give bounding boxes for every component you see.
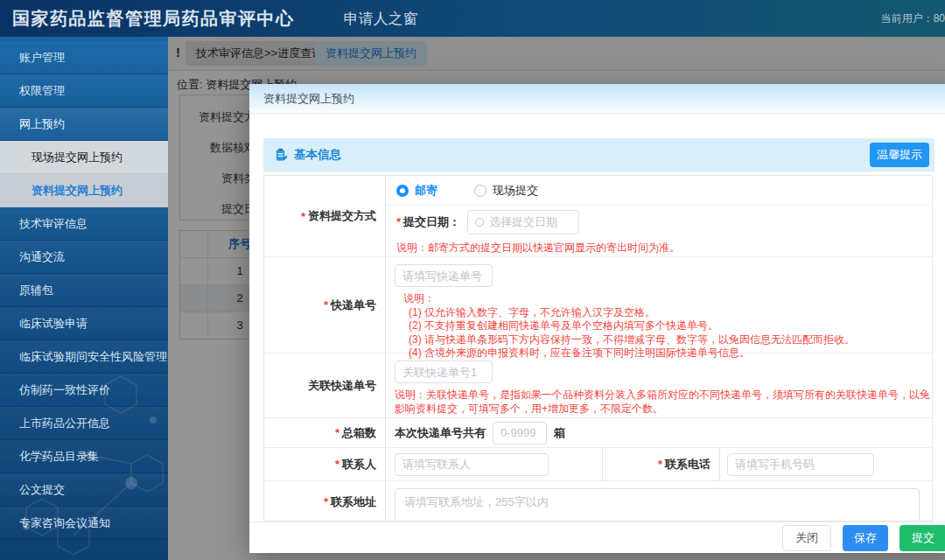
save-button[interactable]: 保存 <box>843 525 888 551</box>
sidebar-item-permission[interactable]: 权限管理 <box>0 74 168 108</box>
contact-address-label: 联系地址 <box>331 494 376 510</box>
express-note-title: 说明： <box>403 292 932 306</box>
express-note-2: (2) 不支持重复创建相同快递单号及单个空格内填写多个快递单号。 <box>409 319 932 333</box>
radio-mail-selected[interactable] <box>396 185 409 197</box>
required-asterisk: * <box>324 495 328 508</box>
contact-phone-label: 联系电话 <box>665 457 710 472</box>
material-submit-appointment-dialog: 资料提交网上预约 基本信息 温馨提示 * 资料提交方式 <box>249 84 945 553</box>
dialog-title: 资料提交网上预约 <box>249 84 945 114</box>
express-note-3: (3) 请与快递单条形码下方内容保持一致，不得增减字母、数字等，以免因信息无法匹… <box>409 333 932 347</box>
submit-button[interactable]: 提交 <box>900 525 945 551</box>
contact-address-textarea[interactable] <box>395 488 920 522</box>
contact-phone-input[interactable] <box>727 453 874 476</box>
basic-info-form: * 资料提交方式 邮寄 现场提交 * 提交日期： <box>263 175 933 522</box>
total-boxes-label: 总箱数 <box>342 425 376 441</box>
submit-date-placeholder: 选择提交日期 <box>489 214 557 230</box>
form-row-address: * 联系地址 <box>264 481 932 522</box>
basic-info-section-header: 基本信息 温馨提示 <box>263 138 934 172</box>
dialog-body: 基本信息 温馨提示 * 资料提交方式 邮寄 现场提交 <box>249 114 945 522</box>
sidebar: 账户管理 权限管理 网上预约 现场提交网上预约 资料提交网上预约 技术审评信息 … <box>0 37 168 560</box>
required-asterisk: * <box>324 298 328 312</box>
app-header: 国家药品监督管理局药品审评中心 申请人之窗 当前用户：80 <box>0 0 945 37</box>
radio-onsite-label[interactable]: 现场提交 <box>493 183 538 199</box>
sidebar-item-clinical-trial-application[interactable]: 临床试验申请 <box>0 307 168 340</box>
clipboard-edit-icon <box>275 148 288 162</box>
associated-number-label: 关联快递单号 <box>308 378 376 394</box>
express-number-input[interactable] <box>395 264 493 287</box>
required-asterisk: * <box>301 210 305 223</box>
sidebar-item-chemical-catalog[interactable]: 化学药品目录集 <box>0 440 168 473</box>
associated-number-note: 说明：关联快递单号，是指如果一个品种资料分装入多箱所对应的不同快递单号，须填写所… <box>395 388 932 416</box>
sidebar-item-generic-consistency[interactable]: 仿制药一致性评价 <box>0 374 168 407</box>
sidebar-item-raw-materials[interactable]: 原辅包 <box>0 274 168 307</box>
submit-date-label: 提交日期： <box>403 214 460 230</box>
required-asterisk: * <box>396 215 401 228</box>
sidebar-item-expert-meeting-notice[interactable]: 专家咨询会议通知 <box>0 507 168 540</box>
associated-number-input[interactable] <box>395 360 493 383</box>
express-note-1: (1) 仅允许输入数字、字母，不允许输入汉字及空格。 <box>409 306 932 320</box>
form-row-express-number: * 快递单号 说明： (1) 仅允许输入数字、字母，不允许输入汉字及空格。 (2… <box>264 257 932 354</box>
sidebar-item-material-submit-appointment[interactable]: 资料提交网上预约 <box>0 174 168 207</box>
contact-person-label: 联系人 <box>342 457 376 472</box>
total-boxes-prefix: 本次快递单号共有 <box>395 425 486 441</box>
form-row-contact: * 联系人 * 联系电话 <box>264 448 932 481</box>
sidebar-item-communication[interactable]: 沟通交流 <box>0 241 168 274</box>
sidebar-item-marketed-drug-info[interactable]: 上市药品公开信息 <box>0 407 168 440</box>
submit-method-label: 资料提交方式 <box>308 208 376 224</box>
warm-tips-button[interactable]: 温馨提示 <box>870 143 929 167</box>
total-boxes-input[interactable] <box>493 422 547 444</box>
basic-info-title: 基本信息 <box>294 147 341 163</box>
current-user-label: 当前用户：80 <box>881 11 945 26</box>
sidebar-item-clinical-safety-risk[interactable]: 临床试验期间安全性风险管理 <box>0 340 168 374</box>
close-button[interactable]: 关闭 <box>782 525 831 551</box>
required-asterisk: * <box>335 458 340 471</box>
form-row-total-boxes: * 总箱数 本次快递单号共有 箱 <box>264 418 932 448</box>
form-row-submit-method: * 资料提交方式 邮寄 现场提交 * 提交日期： <box>264 176 932 257</box>
submit-method-note: 说明：邮寄方式的提交日期以快递官网显示的寄出时间为准。 <box>386 242 932 255</box>
sidebar-item-onsite-submit-appointment[interactable]: 现场提交网上预约 <box>0 141 168 174</box>
sidebar-item-account[interactable]: 账户管理 <box>0 41 168 74</box>
clock-icon <box>475 218 484 227</box>
contact-person-input[interactable] <box>395 453 549 476</box>
sidebar-item-technical-review[interactable]: 技术审评信息 <box>0 207 168 241</box>
app-title: 国家药品监督管理局药品审评中心 <box>12 7 295 31</box>
dialog-footer: 关闭 保存 提交 <box>249 522 945 553</box>
radio-mail-label[interactable]: 邮寄 <box>415 183 438 199</box>
form-row-associated-number: 关联快递单号 说明：关联快递单号，是指如果一个品种资料分装入多箱所对应的不同快递… <box>264 354 932 418</box>
required-asterisk: * <box>335 426 340 439</box>
radio-onsite-unselected[interactable] <box>474 185 486 197</box>
sidebar-item-online-appointment[interactable]: 网上预约 <box>0 108 168 141</box>
submit-date-picker[interactable]: 选择提交日期 <box>467 210 579 234</box>
express-number-label: 快递单号 <box>331 298 376 313</box>
app-subtitle: 申请人之窗 <box>344 9 418 29</box>
sidebar-item-official-doc-submit[interactable]: 公文提交 <box>0 473 168 507</box>
required-asterisk: * <box>658 458 662 471</box>
total-boxes-suffix: 箱 <box>554 425 565 441</box>
